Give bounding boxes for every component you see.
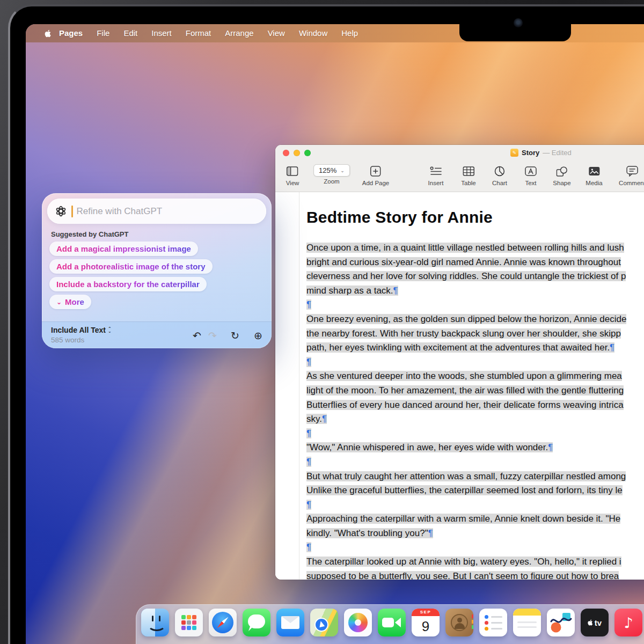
suggestion-button-add-a-photorealistic-image-of-the-story[interactable]: Add a photorealistic image of the story [49, 259, 213, 274]
doc-line[interactable]: As she ventured deeper into the woods, s… [306, 369, 644, 384]
dock-item-reminders[interactable] [479, 609, 507, 636]
menu-item-file[interactable]: File [90, 24, 116, 42]
doc-line[interactable]: path, her eyes twinkling with excitement… [306, 341, 644, 355]
more-button[interactable]: ⌄ More [49, 295, 91, 309]
pilcrow-mark: ¶ [428, 528, 433, 538]
doc-line[interactable]: bright and curious six-year-old girl nam… [306, 255, 644, 270]
document-body[interactable]: Once upon a time, in a quaint little vil… [306, 241, 644, 580]
toolbar-comment-button[interactable]: Comment [619, 164, 644, 186]
doc-line-text: supposed to be a butterfly, you see. But… [306, 571, 619, 580]
apple-icon[interactable] [45, 29, 52, 38]
doc-line[interactable]: supposed to be a butterfly, you see. But… [306, 569, 644, 580]
toolbar-zoom-button[interactable]: 125%⌄Zoom [313, 164, 350, 185]
dock-item-maps[interactable] [310, 609, 338, 636]
doc-line[interactable]: cleverness and her love for solving ridd… [306, 269, 644, 284]
menu-item-edit[interactable]: Edit [116, 24, 144, 42]
document-heading[interactable]: Bedtime Story for Annie [306, 208, 493, 226]
add-page-icon [370, 164, 381, 178]
toolbar-shape-button[interactable]: Shape [553, 164, 570, 186]
zoom-dropdown[interactable]: 125%⌄ [313, 164, 350, 177]
menu-item-help[interactable]: Help [334, 24, 365, 42]
dock-item-calendar[interactable]: SEP9 [412, 609, 440, 636]
toolbar-label: Comment [619, 180, 644, 186]
fullscreen-button[interactable] [304, 150, 311, 156]
table-icon [463, 164, 474, 178]
doc-line[interactable]: mind sharp as a tack.¶ [306, 284, 644, 298]
toolbar-add-page-button[interactable]: Add Page [362, 164, 390, 186]
refine-input[interactable]: Refine with ChatGPT [47, 199, 266, 224]
dock: SEP9tv♪ [136, 604, 644, 644]
music-note-icon: ♪ [624, 614, 633, 631]
doc-line[interactable]: ¶ [306, 540, 644, 555]
media-icon [588, 164, 600, 178]
dock-item-freeform[interactable] [547, 609, 575, 636]
doc-line[interactable]: "Wow," Annie whispered in awe, her eyes … [306, 441, 644, 455]
close-button[interactable] [283, 150, 289, 156]
dock-item-mail[interactable] [276, 609, 304, 636]
dock-item-music[interactable]: ♪ [614, 609, 642, 636]
pilcrow-mark: ¶ [548, 442, 553, 452]
doc-line[interactable]: The caterpillar looked up at Annie with … [306, 555, 644, 569]
doc-line[interactable]: But what truly caught her attention was … [306, 470, 644, 484]
doc-line[interactable]: One breezy evening, as the golden sun di… [306, 312, 644, 327]
doc-line[interactable]: sky.¶ [306, 412, 644, 427]
dock-item-appletv[interactable]: tv [581, 609, 609, 636]
doc-line[interactable]: Approaching the caterpillar with a warm … [306, 512, 644, 526]
menu-item-format[interactable]: Format [179, 24, 218, 42]
suggestion-label: Add a photorealistic image of the story [56, 262, 206, 271]
text-icon [525, 164, 537, 178]
suggestion-button-include-a-backstory-for-the-caterpillar[interactable]: Include a backstory for the caterpillar [49, 277, 207, 291]
dock-item-finder[interactable] [141, 609, 169, 636]
doc-line[interactable]: ¶ [306, 427, 644, 441]
pages-toolbar: View125%⌄ZoomAdd PageInsertTableChartTex… [275, 161, 644, 192]
doc-line[interactable]: ¶ [306, 355, 644, 370]
dock-item-launchpad[interactable] [175, 609, 203, 636]
dock-item-facetime[interactable] [378, 609, 406, 636]
add-icon[interactable]: ⊕ [251, 330, 265, 341]
doc-line[interactable]: ¶ [306, 455, 644, 470]
menu-item-arrange[interactable]: Arrange [218, 24, 260, 42]
doc-line-text: But what truly caught her attention was … [306, 471, 626, 481]
toolbar-text-button[interactable]: Text [525, 164, 537, 186]
dock-item-safari[interactable] [209, 609, 237, 636]
doc-line-text: One breezy evening, as the golden sun di… [306, 314, 626, 324]
suggestion-list: Add a magical impressionist imageAdd a p… [49, 241, 213, 309]
suggestion-button-add-a-magical-impressionist-image[interactable]: Add a magical impressionist image [49, 241, 198, 256]
toolbar-chart-button[interactable]: Chart [492, 164, 507, 186]
doc-line[interactable]: Butterflies of every hue danced around h… [306, 398, 644, 413]
toolbar-label: Text [525, 180, 536, 186]
dock-item-notes[interactable] [513, 609, 541, 636]
doc-line[interactable]: Unlike the graceful butterflies, the cat… [306, 484, 644, 498]
doc-line[interactable]: the nearby forest. With her trusty backp… [306, 327, 644, 341]
view-icon [287, 164, 298, 178]
toolbar-table-button[interactable]: Table [461, 164, 476, 186]
dock-item-messages[interactable] [243, 609, 270, 636]
menu-item-pages[interactable]: Pages [52, 24, 90, 42]
menu-item-view[interactable]: View [261, 24, 292, 42]
scope-selector[interactable]: Include All Text ⌃⌄ [51, 326, 112, 334]
doc-line[interactable]: ¶ [306, 498, 644, 513]
undo-icon[interactable]: ↶ [190, 330, 204, 341]
doc-line[interactable]: ¶ [306, 298, 644, 312]
toolbar-media-button[interactable]: Media [586, 164, 602, 186]
minimize-button[interactable] [294, 150, 300, 156]
doc-line-text: "Wow," Annie whispered in awe, her eyes … [306, 442, 548, 452]
pilcrow-mark: ¶ [306, 500, 311, 510]
document-canvas[interactable]: Bedtime Story for Annie Once upon a time… [275, 192, 644, 580]
dock-item-contacts[interactable] [445, 609, 473, 636]
document-proxy-icon[interactable]: ✎ [510, 149, 518, 157]
menu-item-insert[interactable]: Insert [144, 24, 179, 42]
menu-item-window[interactable]: Window [292, 24, 334, 42]
dock-item-photos[interactable] [344, 609, 372, 636]
doc-line[interactable]: light of the moon. To her amazement, the… [306, 384, 644, 398]
doc-line-text: kindly. "What's troubling you?" [306, 528, 428, 538]
suggestion-label: Include a backstory for the caterpillar [56, 280, 200, 289]
redo-icon[interactable]: ↷ [206, 330, 219, 341]
doc-line[interactable]: kindly. "What's troubling you?"¶ [306, 526, 644, 541]
retry-icon[interactable]: ↻ [228, 330, 242, 341]
toolbar-view-button[interactable]: View [286, 164, 299, 186]
doc-line-text: sky. [306, 414, 322, 424]
toolbar-insert-button[interactable]: Insert [428, 164, 444, 186]
window-titlebar[interactable]: ✎ Story — Edited [275, 145, 644, 161]
doc-line[interactable]: Once upon a time, in a quaint little vil… [306, 241, 644, 255]
